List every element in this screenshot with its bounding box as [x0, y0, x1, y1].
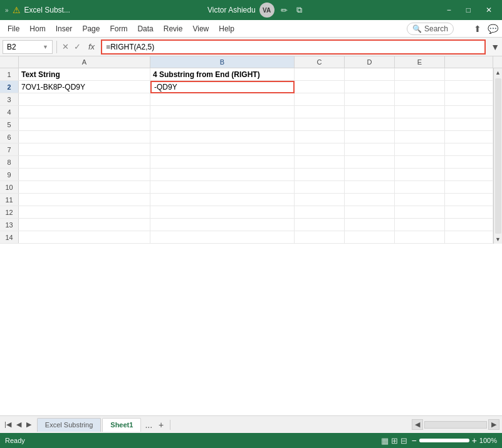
page-layout-icon[interactable]: ⊞ [391, 436, 398, 445]
cell-b3[interactable] [150, 93, 295, 106]
cell-d12[interactable] [345, 206, 395, 219]
menu-page[interactable]: Page [77, 22, 105, 36]
cell-b10[interactable] [150, 181, 295, 194]
scroll-up-icon[interactable]: ▲ [494, 68, 502, 77]
cell-c4[interactable] [295, 106, 345, 118]
tab-nav-prev[interactable]: ◀ [14, 419, 23, 430]
search-label[interactable]: Search [424, 24, 448, 33]
cell-a5[interactable] [19, 118, 150, 131]
cell-b13[interactable] [150, 219, 295, 231]
menu-file[interactable]: File [3, 22, 24, 36]
close-button[interactable]: ✕ [481, 4, 497, 16]
cell-e4[interactable] [395, 106, 445, 118]
hscroll-track[interactable] [424, 421, 487, 429]
zoom-minus-button[interactable]: − [411, 435, 416, 445]
cell-e7[interactable] [395, 143, 445, 156]
cell-a9[interactable] [19, 169, 150, 181]
col-header-c[interactable]: C [295, 56, 345, 68]
page-break-icon[interactable]: ⊟ [400, 436, 407, 445]
cell-d14[interactable] [345, 231, 395, 244]
cell-c11[interactable] [295, 194, 345, 206]
cell-c14[interactable] [295, 231, 345, 244]
cell-b14[interactable] [150, 231, 295, 244]
cell-d2[interactable] [345, 81, 395, 93]
cell-b9[interactable] [150, 169, 295, 181]
cell-e13[interactable] [395, 219, 445, 231]
cell-d10[interactable] [345, 181, 395, 194]
cell-a12[interactable] [19, 206, 150, 219]
formula-confirm-icon[interactable]: ✓ [73, 42, 82, 51]
col-header-d[interactable]: D [345, 56, 395, 68]
cell-c9[interactable] [295, 169, 345, 181]
cell-d3[interactable] [345, 93, 395, 106]
cell-a11[interactable] [19, 194, 150, 206]
cell-c6[interactable] [295, 131, 345, 143]
cell-b11[interactable] [150, 194, 295, 206]
col-header-b[interactable]: B [150, 56, 295, 68]
share-icon[interactable]: ⬆ [473, 23, 483, 35]
cell-c1[interactable] [295, 68, 345, 81]
scroll-track[interactable] [495, 78, 501, 234]
menu-data[interactable]: Data [132, 22, 158, 36]
menu-review[interactable]: Revie [159, 22, 188, 36]
col-header-e[interactable]: E [395, 56, 445, 68]
cell-d1[interactable] [345, 68, 395, 81]
scroll-down-icon[interactable]: ▼ [494, 235, 502, 244]
cell-b2[interactable]: -QD9Y [150, 81, 295, 93]
menu-insert[interactable]: Inser [51, 22, 78, 36]
cell-b7[interactable] [150, 143, 295, 156]
cell-d13[interactable] [345, 219, 395, 231]
cell-a3[interactable] [19, 93, 150, 106]
cell-b1[interactable]: 4 Substring from End (RIGHT) [150, 68, 295, 81]
cell-a6[interactable] [19, 131, 150, 143]
cell-e2[interactable] [395, 81, 445, 93]
quick-access-chevron[interactable]: » [5, 7, 9, 14]
cell-a10[interactable] [19, 181, 150, 194]
cell-e11[interactable] [395, 194, 445, 206]
formula-expand-icon[interactable]: ▼ [491, 42, 499, 52]
col-header-a[interactable]: A [19, 56, 150, 68]
tab-nav-next[interactable]: ▶ [24, 419, 33, 430]
maximize-button[interactable]: □ [461, 4, 476, 16]
hscroll-right-icon[interactable]: ▶ [488, 419, 499, 430]
formula-cancel-icon[interactable]: ✕ [61, 42, 70, 51]
cell-e6[interactable] [395, 131, 445, 143]
restore-icon[interactable]: ⧉ [294, 4, 305, 16]
cell-d11[interactable] [345, 194, 395, 206]
vertical-scrollbar[interactable]: ▲ ▼ [493, 68, 502, 244]
cell-a1[interactable]: Text String [19, 68, 150, 81]
menu-help[interactable]: Help [214, 22, 239, 36]
cell-reference-box[interactable]: B2 ▼ [3, 40, 53, 54]
cell-a4[interactable] [19, 106, 150, 118]
cell-c12[interactable] [295, 206, 345, 219]
tab-add-button[interactable]: + [156, 420, 166, 430]
cell-d6[interactable] [345, 131, 395, 143]
cell-e8[interactable] [395, 156, 445, 169]
tab-nav-first[interactable]: |◀ [3, 419, 13, 430]
cell-b12[interactable] [150, 206, 295, 219]
avatar[interactable]: VA [259, 3, 275, 18]
cell-a13[interactable] [19, 219, 150, 231]
menu-home[interactable]: Hom [24, 22, 50, 36]
cell-e14[interactable] [395, 231, 445, 244]
cell-c13[interactable] [295, 219, 345, 231]
cell-a7[interactable] [19, 143, 150, 156]
cell-ref-dropdown-icon[interactable]: ▼ [43, 44, 48, 50]
cell-e1[interactable] [395, 68, 445, 81]
formula-input[interactable]: =RIGHT(A2,5) [101, 39, 486, 55]
tab-sheet1[interactable]: Sheet1 [102, 418, 141, 432]
cell-e9[interactable] [395, 169, 445, 181]
cell-a2[interactable]: 7OV1-BK8P-QD9Y [19, 81, 150, 93]
cell-b5[interactable] [150, 118, 295, 131]
cell-b4[interactable] [150, 106, 295, 118]
tab-more-label[interactable]: ... [142, 420, 155, 430]
cell-d9[interactable] [345, 169, 395, 181]
cell-b8[interactable] [150, 156, 295, 169]
cell-a8[interactable] [19, 156, 150, 169]
pen-icon[interactable]: ✏ [278, 4, 290, 16]
cell-d4[interactable] [345, 106, 395, 118]
comment-icon[interactable]: 💬 [486, 23, 499, 35]
cell-c2[interactable] [295, 81, 345, 93]
cell-d7[interactable] [345, 143, 395, 156]
minimize-button[interactable]: − [442, 4, 456, 16]
